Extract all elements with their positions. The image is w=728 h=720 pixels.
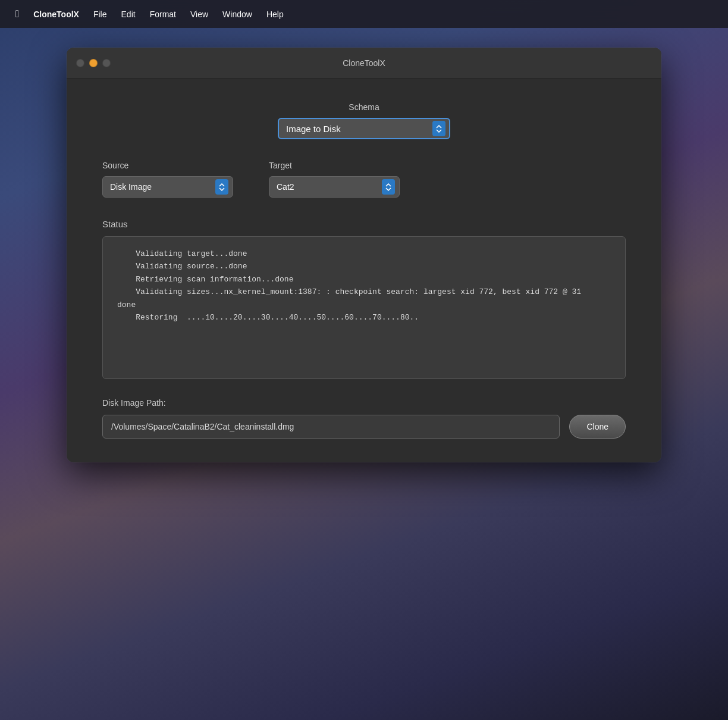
- main-window: CloneToolX Schema Image to Disk Disk to …: [67, 48, 661, 462]
- maximize-button[interactable]: [102, 59, 111, 67]
- schema-select-wrapper: Image to Disk Disk to Disk Disk to Image: [278, 118, 450, 139]
- target-select[interactable]: Cat2 Cat1 Disk0 Disk1: [269, 176, 400, 198]
- source-group: Source Disk Image Physical Disk Partitio…: [102, 161, 233, 198]
- status-log: Validating target...done Validating sour…: [102, 236, 626, 379]
- status-section: Status Validating target...done Validati…: [102, 219, 626, 379]
- disk-image-row: Clone: [102, 415, 626, 439]
- source-select[interactable]: Disk Image Physical Disk Partition: [102, 176, 233, 198]
- schema-label: Schema: [349, 102, 379, 112]
- window-content: Schema Image to Disk Disk to Disk Disk t…: [67, 79, 661, 462]
- clone-button[interactable]: Clone: [569, 415, 626, 439]
- menubar-file[interactable]: File: [87, 7, 113, 21]
- menubar-app-name[interactable]: CloneToolX: [27, 7, 85, 21]
- traffic-lights: [76, 59, 111, 67]
- minimize-button[interactable]: [89, 59, 98, 67]
- source-label: Source: [102, 161, 233, 170]
- status-label: Status: [102, 219, 626, 229]
- menubar:  CloneToolX File Edit Format View Windo…: [0, 0, 728, 28]
- target-select-wrapper: Cat2 Cat1 Disk0 Disk1: [269, 176, 400, 198]
- apple-menu[interactable]: : [10, 6, 25, 23]
- window-title: CloneToolX: [343, 58, 385, 68]
- menubar-edit[interactable]: Edit: [115, 7, 142, 21]
- menubar-help[interactable]: Help: [261, 7, 290, 21]
- target-group: Target Cat2 Cat1 Disk0 Disk1: [269, 161, 400, 198]
- disk-image-section: Disk Image Path: Clone: [102, 398, 626, 439]
- source-target-row: Source Disk Image Physical Disk Partitio…: [102, 161, 626, 198]
- disk-image-input[interactable]: [102, 415, 560, 439]
- close-button[interactable]: [76, 59, 84, 67]
- disk-image-label: Disk Image Path:: [102, 398, 626, 408]
- schema-section: Schema Image to Disk Disk to Disk Disk t…: [102, 102, 626, 139]
- titlebar: CloneToolX: [67, 48, 661, 79]
- target-label: Target: [269, 161, 400, 170]
- source-select-wrapper: Disk Image Physical Disk Partition: [102, 176, 233, 198]
- menubar-format[interactable]: Format: [144, 7, 182, 21]
- menubar-window[interactable]: Window: [216, 7, 258, 21]
- schema-select[interactable]: Image to Disk Disk to Disk Disk to Image: [278, 118, 450, 139]
- menubar-view[interactable]: View: [184, 7, 214, 21]
